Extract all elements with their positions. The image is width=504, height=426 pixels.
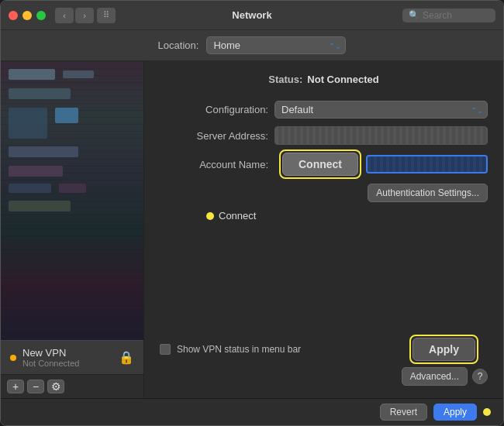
back-button[interactable]: ‹ — [55, 8, 74, 23]
vpn-status-dot — [10, 355, 16, 361]
location-select-wrapper: Home Automatic Work Office — [206, 36, 346, 54]
show-vpn-label: Show VPN status in menu bar — [177, 344, 301, 355]
window-title: Network — [232, 9, 271, 21]
forward-button[interactable]: › — [75, 8, 94, 23]
nav-buttons: ‹ › — [55, 8, 94, 23]
apply-small-button[interactable]: Apply — [433, 404, 477, 421]
advanced-button[interactable]: Advanced... — [402, 367, 468, 386]
vpn-info: New VPN Not Connected — [22, 347, 112, 368]
close-button[interactable] — [9, 11, 18, 20]
sidebar-bottom-actions: + − ⚙ — [1, 374, 143, 398]
show-vpn-checkbox[interactable] — [160, 344, 171, 355]
search-box[interactable]: 🔍 — [402, 9, 495, 22]
status-value: Not Connected — [307, 74, 378, 85]
search-input[interactable] — [423, 10, 489, 21]
status-row: Status: Not Connected — [160, 74, 488, 85]
sidebar-network-list — [1, 61, 143, 340]
grid-button[interactable]: ⠿ — [97, 8, 116, 23]
connect-annotation-label: Connect — [219, 210, 256, 222]
server-address-label: Server Address: — [160, 130, 268, 142]
right-panel: Status: Not Connected Configuration: Def… — [144, 61, 503, 398]
connect-annotation-dot — [206, 212, 214, 220]
account-name-input[interactable] — [366, 155, 488, 173]
search-icon: 🔍 — [409, 10, 419, 20]
traffic-lights — [9, 11, 46, 20]
vpn-status: Not Connected — [22, 359, 112, 368]
account-name-label: Account Name: — [160, 159, 268, 170]
footer-row: Revert Apply — [1, 398, 503, 425]
server-address-row: Server Address: — [160, 126, 488, 145]
add-network-button[interactable]: + — [7, 380, 24, 393]
sidebar: New VPN Not Connected 🔒 + − ⚙ — [1, 61, 144, 398]
help-button[interactable]: ? — [472, 369, 488, 384]
connect-button[interactable]: Connect — [282, 153, 358, 176]
configuration-select-wrapper: Default — [274, 101, 488, 119]
minimize-button[interactable] — [22, 11, 32, 20]
apply-button-large-highlight: Apply — [413, 338, 475, 361]
connect-button-highlight: Connect — [282, 153, 358, 176]
location-bar: Location: Home Automatic Work Office — [1, 30, 503, 61]
location-label: Location: — [158, 40, 199, 51]
lock-icon: 🔒 — [119, 350, 134, 365]
main-content: New VPN Not Connected 🔒 + − ⚙ Status: No… — [1, 61, 503, 398]
apply-small-highlight: Apply — [433, 404, 491, 421]
network-window: ‹ › ⠿ Network 🔍 Location: Home Automatic… — [0, 0, 504, 426]
gear-button[interactable]: ⚙ — [47, 380, 64, 393]
configuration-row: Configuration: Default — [160, 101, 488, 119]
server-address-input[interactable] — [274, 126, 488, 145]
remove-network-button[interactable]: − — [27, 380, 44, 393]
revert-button[interactable]: Revert — [380, 404, 427, 421]
configuration-select[interactable]: Default — [274, 101, 488, 119]
maximize-button[interactable] — [36, 11, 46, 20]
sidebar-item-vpn[interactable]: New VPN Not Connected 🔒 — [1, 340, 143, 374]
vpn-name: New VPN — [22, 347, 112, 359]
titlebar: ‹ › ⠿ Network 🔍 — [1, 1, 503, 30]
status-label: Status: — [268, 74, 302, 85]
apply-button-large[interactable]: Apply — [413, 338, 475, 361]
apply-annotation-dot — [483, 408, 491, 416]
show-vpn-row: Show VPN status in menu bar — [160, 344, 301, 355]
auth-settings-button[interactable]: Authentication Settings... — [368, 184, 488, 202]
location-select[interactable]: Home Automatic Work Office — [206, 36, 346, 54]
configuration-label: Configuration: — [160, 104, 268, 115]
